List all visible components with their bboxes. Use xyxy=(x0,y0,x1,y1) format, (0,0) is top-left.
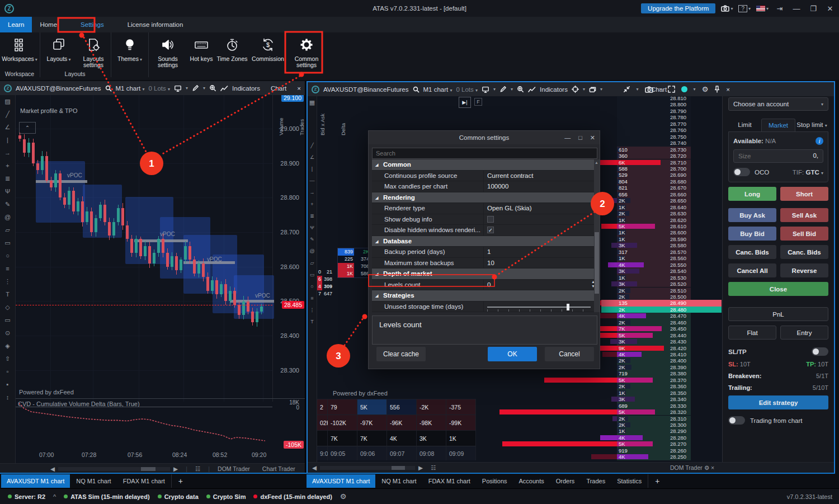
collapse-box[interactable]: ⌃ xyxy=(19,122,36,134)
lots-select[interactable]: 0 Lots ▾ xyxy=(456,86,478,93)
menu-tab-learn[interactable]: Learn xyxy=(0,17,32,32)
f-button[interactable]: F xyxy=(474,98,482,106)
screenshot-button[interactable]: ▾ xyxy=(721,5,733,12)
footer-cell[interactable]: -102K xyxy=(328,414,357,430)
right-tab[interactable]: Trades xyxy=(581,474,611,488)
pnl-button[interactable]: PnL xyxy=(728,307,828,321)
buy-ask-button[interactable]: Buy Ask xyxy=(728,208,776,222)
layers-icon[interactable] xyxy=(589,86,596,93)
tool-icon[interactable]: ✎ xyxy=(5,198,10,211)
ok-button[interactable]: OK xyxy=(488,347,537,361)
settings-row[interactable]: Max candles per chart100000 xyxy=(372,181,597,192)
left-add-tab[interactable]: + xyxy=(171,474,190,488)
setting-checkbox[interactable] xyxy=(487,216,494,223)
indicators-icon[interactable] xyxy=(528,86,536,93)
tool-icon[interactable]: ▱ xyxy=(310,257,314,269)
tool-icon[interactable]: ✎ xyxy=(310,234,314,246)
clear-cache-button[interactable]: Clear cache xyxy=(376,347,426,361)
size-input[interactable] xyxy=(734,150,823,162)
dialog-maximize-icon[interactable]: □ xyxy=(578,134,582,141)
indicators-icon[interactable] xyxy=(220,85,228,92)
right-tab[interactable]: Accounts xyxy=(513,474,550,488)
slider-track[interactable] xyxy=(487,307,591,308)
close-position-button[interactable]: Close xyxy=(728,282,828,296)
dom-row[interactable]: 28.790 xyxy=(481,108,722,114)
menu-tab-license[interactable]: License information xyxy=(120,17,191,32)
tool-icon[interactable]: ▭ xyxy=(310,269,315,281)
edit-strategy-button[interactable]: Edit strategy xyxy=(728,395,828,409)
workspaces-button[interactable]: Workspaces▾ xyxy=(0,32,39,70)
collapse-icon[interactable] xyxy=(623,86,630,93)
right-tools-strip[interactable]: ▦VolumeTradesBid x AskDelta╱∠|—→+≣Ψ✎@▱▭○… xyxy=(308,96,317,462)
footer-cell[interactable]: 7K xyxy=(357,430,387,446)
crosshair-icon[interactable] xyxy=(572,86,579,93)
dom-row[interactable]: 1K28.290 xyxy=(481,428,722,434)
long-button[interactable]: Long xyxy=(728,187,776,201)
entry-button[interactable]: Entry xyxy=(780,326,828,340)
pane-label[interactable]: Volume xyxy=(278,114,284,135)
footer-cell[interactable]: -96K xyxy=(387,414,417,430)
tool-icon[interactable]: ▭ xyxy=(4,237,10,249)
tool-icon[interactable]: ≡ xyxy=(6,262,9,275)
tool-icon[interactable]: ▨ xyxy=(4,95,10,108)
footer-cell[interactable]: -375 xyxy=(446,399,476,414)
trading-from-chart-toggle[interactable] xyxy=(728,416,745,425)
tool-icon[interactable]: Ψ xyxy=(5,185,10,198)
cancel-button[interactable]: Cancel xyxy=(545,347,594,361)
info-icon[interactable]: i xyxy=(816,137,823,145)
settings-row[interactable]: Levels count0▲▼ xyxy=(372,280,597,291)
tool-icon[interactable]: Ψ xyxy=(310,222,314,234)
monitor-icon[interactable] xyxy=(482,86,489,93)
dom-row[interactable]: 1K28.350 xyxy=(481,390,722,396)
calendar-icon[interactable]: ☷ xyxy=(195,465,200,472)
cancel-bids-right-button[interactable]: Canc. Bids xyxy=(780,245,828,259)
search-icon[interactable] xyxy=(105,85,112,92)
help-button[interactable]: ?▾ xyxy=(738,5,751,12)
oco-toggle[interactable] xyxy=(733,168,750,176)
account-select[interactable]: Choose an account▾ xyxy=(728,97,828,111)
pencil-icon[interactable] xyxy=(192,84,199,92)
cancel-bids-left-button[interactable]: Canc. Bids xyxy=(728,245,776,259)
close-button[interactable]: ✕ xyxy=(824,4,836,13)
skip-to-latest-button[interactable]: ▶| xyxy=(459,97,471,108)
gear-icon[interactable]: ⚙ xyxy=(702,85,709,93)
scroll-left-icon[interactable]: ◀ xyxy=(50,465,55,472)
tool-icon[interactable]: ◇ xyxy=(5,301,10,314)
dom-row[interactable]: 28.800 xyxy=(481,101,722,107)
tool-icon[interactable]: → xyxy=(4,147,11,159)
scroll-right-icon[interactable]: ▶ xyxy=(173,465,178,472)
calendar-icon[interactable]: ☷ xyxy=(431,464,436,471)
footer-cell[interactable]: -97K xyxy=(357,414,387,430)
menu-tab-settings[interactable]: Settings xyxy=(73,17,112,32)
h-scrollbar[interactable] xyxy=(320,466,415,470)
fullscreen-icon[interactable] xyxy=(668,86,675,93)
instrument-name[interactable]: AVAXUSDT@BinanceFutures xyxy=(323,86,409,93)
common-settings-button[interactable]: Common settings xyxy=(288,32,325,70)
tool-icon[interactable]: ▭ xyxy=(4,314,10,327)
footer-cell[interactable]: 02K xyxy=(317,414,328,430)
right-tab[interactable]: Positions xyxy=(477,474,513,488)
tool-icon[interactable]: @ xyxy=(4,211,11,224)
tool-icon[interactable]: ↕ xyxy=(6,391,10,404)
dom-row[interactable]: 71928.380 xyxy=(481,370,722,376)
tool-icon[interactable]: ∠ xyxy=(5,121,11,134)
search-icon[interactable] xyxy=(413,86,420,93)
zoom-in-icon[interactable] xyxy=(517,86,524,93)
cancel-all-button[interactable]: Cancel All xyxy=(728,263,776,277)
dom-row[interactable]: 91928.260 xyxy=(481,448,722,454)
size-field[interactable]: 0, xyxy=(733,149,823,163)
short-button[interactable]: Short xyxy=(780,187,828,201)
pane-label[interactable]: Trades xyxy=(299,114,305,135)
time-zones-button[interactable]: Time Zones xyxy=(216,32,248,70)
themes-button[interactable]: Themes▾ xyxy=(112,32,148,70)
footer-cell[interactable]: -99K xyxy=(446,414,476,430)
dom-row[interactable]: 2K28.360 xyxy=(481,383,722,389)
footer-cell[interactable]: 79 xyxy=(328,399,357,414)
buy-bid-button[interactable]: Buy Bid xyxy=(728,227,776,241)
close-panel-icon[interactable]: × xyxy=(297,85,301,92)
settings-row[interactable]: Renderer typeOpen GL (Skia) xyxy=(372,203,597,214)
sell-bid-button[interactable]: Sell Bid xyxy=(780,227,828,241)
tool-icon[interactable]: + xyxy=(310,199,313,210)
right-tab[interactable]: Statistics xyxy=(611,474,647,488)
tool-icon[interactable]: | xyxy=(7,134,8,147)
